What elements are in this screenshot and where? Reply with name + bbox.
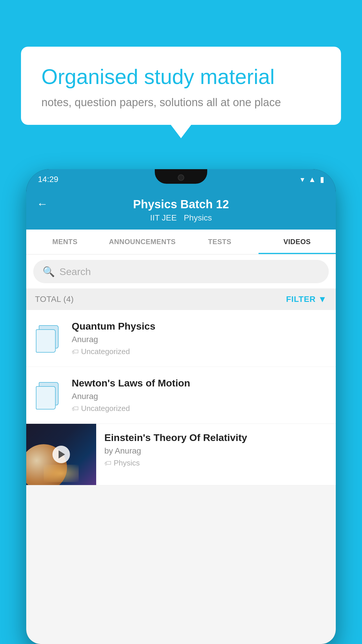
tag-label: Uncategorized [81, 404, 130, 413]
search-icon: 🔍 [43, 266, 55, 277]
video-tag: 🏷 Uncategorized [72, 404, 328, 413]
file-icon [36, 325, 62, 351]
video-title: Einstein's Theory Of Relativity [104, 432, 328, 443]
list-item[interactable]: Einstein's Theory Of Relativity by Anura… [26, 424, 336, 485]
header-subtitle-iitjee: IIT JEE [150, 213, 177, 223]
list-item[interactable]: Newton's Laws of Motion Anurag 🏷 Uncateg… [26, 367, 336, 424]
search-bar-container: 🔍 Search [26, 255, 336, 288]
total-count: TOTAL (4) [35, 295, 74, 304]
video-info: Einstein's Theory Of Relativity by Anura… [96, 424, 336, 476]
filter-button[interactable]: FILTER ▼ [286, 294, 327, 304]
video-info: Quantum Physics Anurag 🏷 Uncategorized [72, 321, 328, 356]
tab-ments[interactable]: MENTS [26, 230, 104, 254]
tag-icon: 🏷 [72, 348, 79, 356]
play-button[interactable] [52, 446, 70, 463]
tab-videos[interactable]: VIDEOS [259, 230, 336, 254]
tag-icon: 🏷 [104, 459, 111, 467]
filter-label: FILTER [286, 295, 316, 304]
speech-bubble-subtitle: notes, question papers, solutions all at… [41, 96, 321, 109]
video-list: Quantum Physics Anurag 🏷 Uncategorized [26, 310, 336, 485]
file-icon [36, 382, 62, 408]
video-title: Quantum Physics [72, 321, 328, 332]
tab-announcements[interactable]: ANNOUNCEMENTS [104, 230, 181, 254]
signal-icon: ▲ [308, 175, 316, 184]
video-tag: 🏷 Uncategorized [72, 347, 328, 356]
video-info: Newton's Laws of Motion Anurag 🏷 Uncateg… [72, 377, 328, 413]
battery-icon: ▮ [320, 175, 324, 184]
glow-graphic [44, 465, 79, 482]
filter-bar: TOTAL (4) FILTER ▼ [26, 288, 336, 310]
video-tag: 🏷 Physics [104, 459, 328, 468]
video-author: Anurag [72, 335, 328, 344]
phone-content: 🔍 Search TOTAL (4) FILTER ▼ [26, 255, 336, 644]
search-placeholder: Search [59, 266, 91, 277]
speech-bubble: Organised study material notes, question… [21, 47, 341, 125]
wifi-icon: ▾ [301, 175, 304, 184]
search-bar[interactable]: 🔍 Search [33, 260, 329, 283]
tag-label: Uncategorized [81, 347, 130, 356]
speech-bubble-title: Organised study material [41, 64, 321, 89]
status-bar: 14:29 ▾ ▲ ▮ [26, 169, 336, 190]
video-author: by Anurag [104, 446, 328, 456]
tab-bar: MENTS ANNOUNCEMENTS TESTS VIDEOS [26, 230, 336, 255]
file-icon-front [36, 329, 56, 353]
front-camera [178, 174, 184, 181]
status-icons: ▾ ▲ ▮ [301, 175, 324, 184]
file-icon-front [36, 386, 56, 410]
video-author: Anurag [72, 392, 328, 401]
tag-icon: 🏷 [72, 405, 79, 413]
tag-label: Physics [114, 459, 140, 468]
phone-frame: 14:29 ▾ ▲ ▮ ← Physics Batch 12 IIT JEE P… [26, 169, 336, 644]
header-subtitle-physics: Physics [184, 213, 212, 223]
status-time: 14:29 [38, 175, 58, 184]
video-title: Newton's Laws of Motion [72, 377, 328, 389]
list-item[interactable]: Quantum Physics Anurag 🏷 Uncategorized [26, 310, 336, 367]
video-thumb [34, 324, 64, 353]
header-subtitle: IIT JEE Physics [150, 213, 212, 223]
back-button[interactable]: ← [37, 198, 48, 210]
video-thumbnail [26, 424, 96, 485]
header-title: Physics Batch 12 [133, 198, 229, 211]
filter-icon: ▼ [318, 294, 327, 304]
video-thumb [34, 381, 64, 410]
play-icon [59, 450, 65, 459]
app-header: ← Physics Batch 12 IIT JEE Physics [26, 190, 336, 230]
tab-tests[interactable]: TESTS [181, 230, 259, 254]
